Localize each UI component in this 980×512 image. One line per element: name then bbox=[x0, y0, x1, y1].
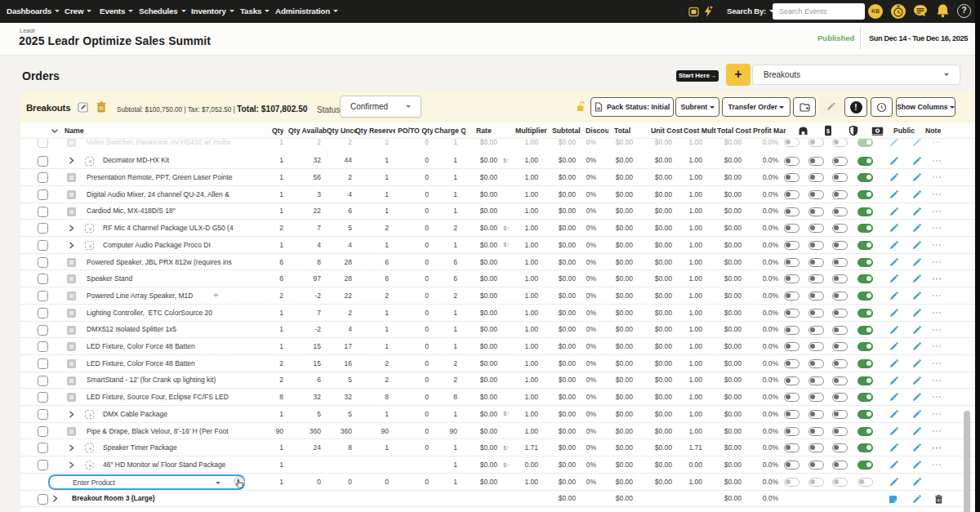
svg-text:$: $ bbox=[826, 128, 830, 135]
